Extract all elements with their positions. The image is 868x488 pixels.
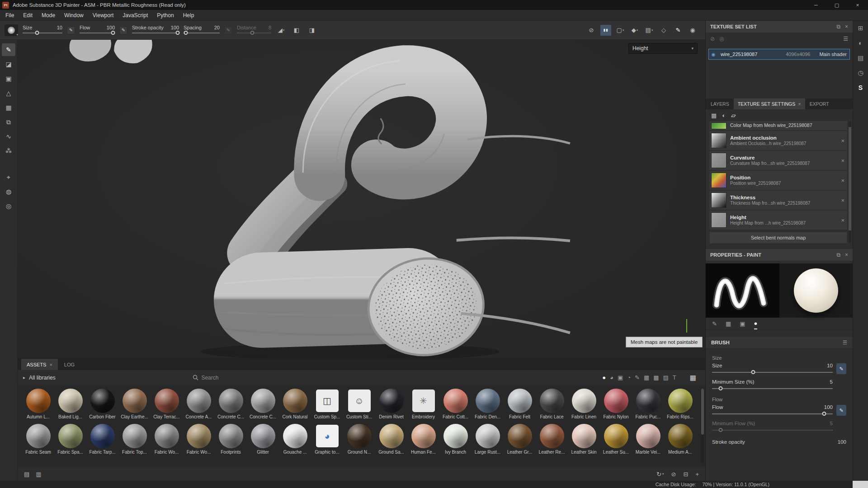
remove-mesh-map-icon[interactable]: × [841, 217, 844, 224]
asset-item[interactable]: Fabric Rips... [664, 389, 696, 419]
history-icon[interactable]: ◷ [858, 69, 863, 76]
viewport-3d[interactable]: Height ▾ Mesh maps are not paintable [18, 40, 705, 358]
min-flow-slider[interactable] [712, 428, 833, 433]
close-tab-icon[interactable]: × [798, 101, 801, 107]
asset-item[interactable]: Fabric Felt [504, 389, 536, 419]
asset-item[interactable]: Fabric Nylon [600, 389, 632, 419]
menu-help[interactable]: Help [179, 10, 199, 20]
tab-assets[interactable]: ASSETS× [21, 359, 58, 370]
asset-item[interactable]: Glitter [247, 424, 279, 455]
texture-set-filter-icon[interactable]: ☰ [843, 36, 848, 42]
asset-item[interactable]: Leather Skin [568, 424, 600, 455]
polygon-fill-tool[interactable]: △ [2, 87, 15, 99]
asset-item[interactable]: Footprints [215, 424, 247, 455]
channel-dropdown[interactable]: Height ▾ [628, 43, 698, 54]
brush-settings-icon[interactable]: ✎ [712, 320, 717, 327]
asset-item[interactable]: Concrete C... [215, 389, 247, 419]
asset-item[interactable]: Fabric Seam [22, 424, 54, 455]
list-view-icon[interactable]: ▤ [24, 471, 29, 478]
asset-item[interactable]: ◫Custom Sp... [311, 389, 343, 419]
asset-item[interactable]: Human Fe... [407, 424, 439, 455]
mesh-map-row[interactable]: ThicknessThickness Map fro...sh wire_225… [709, 191, 847, 210]
asset-item[interactable]: ✳Embroidery [407, 389, 439, 419]
filter-materials-icon[interactable]: ● [602, 374, 606, 381]
maximize-button[interactable]: ▢ [826, 0, 847, 10]
asset-item[interactable]: Fabric Den... [472, 389, 504, 419]
asset-item[interactable]: Fabric Wo... [151, 424, 183, 455]
smudge-tool[interactable]: ∿ [2, 130, 15, 143]
symmetry-y-icon[interactable]: ◨ [307, 25, 317, 36]
filter-environments-icon[interactable]: ▨ [663, 374, 669, 381]
tab-log[interactable]: LOG [59, 359, 80, 370]
profile-curve-dropdown[interactable]: ◢ ▾ [276, 25, 287, 36]
eraser-tool[interactable]: ◪ [2, 58, 15, 70]
dock-panels-icon[interactable]: ⊞ [858, 24, 863, 32]
select-bent-normals-button[interactable]: Select bent normals map [709, 232, 847, 244]
spacing-slider[interactable] [184, 31, 220, 36]
asset-item[interactable]: Fabric Spa... [54, 424, 86, 455]
asset-item[interactable]: ◕Graphic to... [311, 424, 343, 455]
assets-scrollbar[interactable] [701, 389, 704, 463]
filter-fonts-icon[interactable]: T [673, 374, 676, 381]
minimize-button[interactable]: ─ [806, 0, 826, 10]
grid-view-icon[interactable]: ▦ [690, 374, 696, 382]
menu-window[interactable]: Window [60, 10, 88, 20]
hide-all-sets-icon[interactable]: ⊘ [710, 36, 715, 42]
display-settings-dropdown[interactable]: ▢▾ [615, 25, 626, 36]
shader-settings-dropdown[interactable]: ◆▾ [629, 25, 640, 36]
distance-slider[interactable] [237, 31, 271, 36]
asset-item[interactable]: Carbon Fiber [86, 389, 118, 419]
asset-item[interactable]: ☺Custom Sti... [343, 389, 375, 419]
asset-item[interactable]: Clay Terrac... [151, 389, 183, 419]
hide-ui-icon[interactable]: ⊘ [586, 25, 597, 36]
clear-assets-icon[interactable]: ⊘ [671, 471, 676, 478]
mesh-map-row[interactable]: Ambient occlusionAmbient Occlusio...h wi… [709, 131, 847, 150]
asset-item[interactable]: Denim Rivet [375, 389, 407, 419]
asset-item[interactable]: Ivy Branch [439, 424, 472, 455]
material-settings-icon[interactable]: ● [754, 318, 758, 329]
filter-alphas-icon[interactable]: ▦ [644, 374, 649, 381]
add-asset-button[interactable]: + [695, 471, 699, 478]
projection-tool[interactable]: ▣ [2, 72, 15, 85]
menu-python[interactable]: Python [152, 10, 178, 20]
stroke-opacity-slider[interactable] [132, 31, 179, 36]
asset-item[interactable]: Concrete C... [247, 389, 279, 419]
mesh-map-row[interactable]: PositionPosition wire_225198087× [709, 171, 847, 190]
asset-item[interactable]: Clay Earthe... [118, 389, 151, 419]
flow-slider[interactable] [712, 412, 833, 417]
asset-item[interactable]: Fabric Wo... [183, 424, 215, 455]
clone-tool[interactable]: ⧉ [2, 116, 15, 128]
smart-select-tool[interactable]: ▦ [2, 101, 15, 114]
import-folder-icon[interactable]: ⊟ [684, 471, 689, 478]
pause-engine-button[interactable]: ▮▮ [600, 25, 611, 36]
asset-item[interactable]: Cork Natural [279, 389, 311, 419]
asset-item[interactable]: Baked Lig... [54, 389, 86, 419]
asset-item[interactable]: Fabric Cott... [439, 389, 472, 419]
filter-filters-icon[interactable]: ◔ [627, 374, 631, 381]
camera-settings-dropdown[interactable]: ▤▾ [644, 25, 655, 36]
asset-item[interactable]: Gouache ... [279, 424, 311, 455]
size-slider[interactable] [712, 370, 833, 375]
expand-libraries-icon[interactable]: ▸ [23, 375, 25, 380]
substance-share-icon[interactable]: S [859, 84, 863, 91]
refresh-assets-button[interactable]: ↻ ▾ [656, 471, 664, 478]
close-button[interactable]: × [847, 0, 868, 10]
asset-item[interactable]: Leather Re... [536, 424, 568, 455]
mesh-map-row[interactable]: CurvatureCurvature Map fro...sh wire_225… [709, 151, 847, 170]
opacity-pressure-toggle[interactable]: ✎ [119, 26, 127, 34]
filter-smart-materials-icon[interactable]: ◕ [610, 374, 613, 381]
paint-brush-icon[interactable]: ✎ [673, 25, 684, 36]
asset-item[interactable]: Marble Vei... [632, 424, 664, 455]
remove-mesh-map-icon[interactable]: × [841, 177, 844, 184]
mesh-maps-scrollbar[interactable] [849, 122, 851, 243]
asset-item[interactable]: Leather Gr... [504, 424, 536, 455]
asset-item[interactable]: Fabric Lace [536, 389, 568, 419]
min-size-slider[interactable] [712, 386, 833, 391]
viewer-settings-tool[interactable]: ◎ [2, 200, 15, 212]
asset-item[interactable]: Fabric Tarp... [86, 424, 118, 455]
brush-stroke-preview[interactable] [706, 263, 779, 318]
mesh-map-row[interactable]: HeightHeight Map from ...h wire_22519808… [709, 211, 847, 230]
close-tab-icon[interactable]: × [49, 362, 52, 367]
community-assets-icon[interactable]: ◐ [859, 39, 862, 47]
tab-texture-set-settings[interactable]: TEXTURE SET SETTINGS× [734, 99, 805, 109]
